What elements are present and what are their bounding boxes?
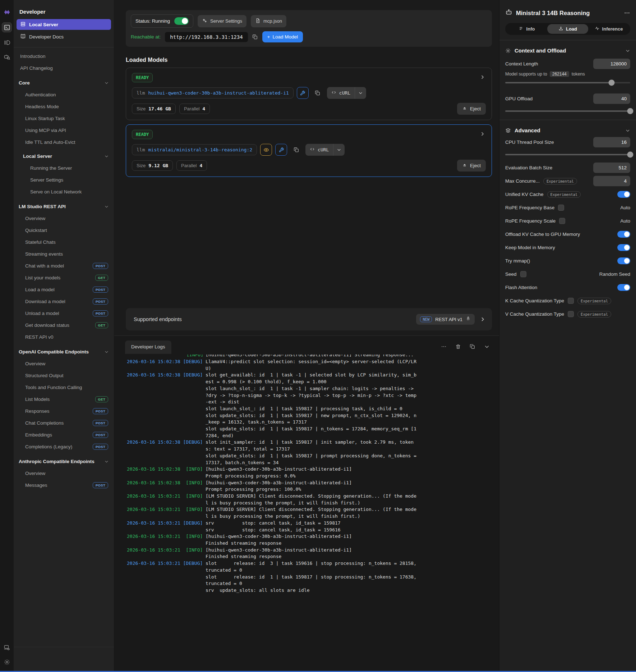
sidebar-item-idle-ttl-and-auto-evict[interactable]: Idle TTL and Auto-Evict bbox=[14, 136, 114, 148]
setting-checkbox[interactable] bbox=[568, 298, 574, 304]
sidebar-item-download-a-model[interactable]: Download a modelPOST bbox=[14, 296, 114, 307]
sidebar-item-openai-compatible-endpoints[interactable]: OpenAI Compatible Endpoints bbox=[14, 346, 114, 358]
sidebar-item-linux-startup-task[interactable]: Linux Startup Task bbox=[14, 113, 114, 124]
setting-checkbox[interactable] bbox=[559, 218, 565, 224]
sidebar-item-using-mcp-via-api[interactable]: Using MCP via API bbox=[14, 124, 114, 136]
chevron-right-icon[interactable] bbox=[480, 316, 485, 322]
load-model-button[interactable]: + Load Model bbox=[262, 31, 303, 42]
setting-toggle[interactable] bbox=[617, 257, 630, 264]
sidebar-item-developer-docs[interactable]: Developer Docs bbox=[17, 31, 111, 42]
sidebar-item-get-download-status[interactable]: Get download statusGET bbox=[14, 319, 114, 331]
supported-endpoints-row[interactable]: Supported endpoints NEW REST API v1 bbox=[126, 308, 492, 330]
tab-info[interactable]: Info bbox=[506, 24, 547, 34]
model-stack-icon[interactable] bbox=[3, 38, 11, 47]
chevron-right-icon[interactable] bbox=[480, 131, 485, 137]
model-identifier[interactable]: llm huihui-qwen3-coder-30b-a3b-instruct-… bbox=[132, 87, 294, 99]
sidebar-item-streaming-events[interactable]: Streaming events bbox=[14, 248, 114, 260]
setting-input[interactable]: 4 bbox=[593, 176, 630, 186]
chevron-down-icon[interactable] bbox=[355, 87, 366, 99]
setting-input[interactable]: 512 bbox=[593, 163, 630, 173]
terminal-icon[interactable] bbox=[2, 22, 12, 32]
sidebar-item-anthropic-compatible-endpoints[interactable]: Anthropic Compatible Endpoints bbox=[14, 456, 114, 467]
chevron-down-icon[interactable] bbox=[625, 128, 630, 133]
section-context-and-offload[interactable]: Context and Offload bbox=[505, 47, 630, 54]
copy-icon[interactable] bbox=[312, 87, 324, 99]
copy-icon[interactable] bbox=[290, 144, 302, 156]
eject-button[interactable]: Eject bbox=[457, 103, 486, 115]
chevron-down-icon[interactable] bbox=[333, 144, 345, 156]
curl-button[interactable]: cURL bbox=[327, 87, 366, 99]
sidebar-item-completions-legacy[interactable]: Completions (Legacy)POST bbox=[14, 441, 114, 453]
setting-input[interactable]: 16 bbox=[593, 137, 630, 147]
setting-toggle[interactable] bbox=[617, 231, 630, 238]
sidebar-item-embeddings[interactable]: EmbeddingsPOST bbox=[14, 429, 114, 441]
sidebar-item-structured-output[interactable]: Structured Output bbox=[14, 370, 114, 381]
sidebar-item-list-your-models[interactable]: List your modelsGET bbox=[14, 272, 114, 284]
gpu-offload-slider[interactable] bbox=[505, 110, 630, 112]
chevron-down-icon[interactable] bbox=[484, 344, 490, 349]
sidebar-item-serve-on-local-network[interactable]: Serve on Local Network bbox=[14, 186, 114, 198]
sidebar-item-api-changelog[interactable]: API Changelog bbox=[14, 62, 114, 74]
copy-url-icon[interactable] bbox=[252, 34, 258, 40]
sidebar-item-rest-api-v0[interactable]: REST API v0 bbox=[14, 331, 114, 343]
setting-slider[interactable] bbox=[505, 154, 630, 155]
server-url[interactable]: http://192.168.3.31:1234 bbox=[165, 32, 248, 42]
setting-toggle[interactable] bbox=[617, 284, 630, 291]
eject-button[interactable]: Eject bbox=[457, 160, 486, 172]
sidebar-item-quickstart[interactable]: Quickstart bbox=[14, 224, 114, 236]
gear-icon[interactable] bbox=[3, 658, 11, 666]
wrench-icon[interactable] bbox=[297, 87, 309, 99]
curl-button[interactable]: cURL bbox=[305, 144, 345, 156]
mcp-json-button[interactable]: mcp.json bbox=[251, 15, 286, 27]
setting-toggle[interactable] bbox=[617, 191, 630, 198]
sidebar-item-chat-with-a-model[interactable]: Chat with a modelPOST bbox=[14, 260, 114, 272]
model-identifier[interactable]: llm mistralai/ministral-3-14b-reasoning:… bbox=[132, 144, 257, 155]
server-settings-button[interactable]: Server Settings bbox=[198, 15, 246, 27]
sidebar-item-load-a-model[interactable]: Load a modelPOST bbox=[14, 284, 114, 296]
gpu-offload-input[interactable]: 40 bbox=[593, 93, 630, 104]
sidebar-item-stateful-chats[interactable]: Stateful Chats bbox=[14, 236, 114, 248]
lmstudio-logo-icon[interactable] bbox=[3, 8, 11, 17]
sidebar-item-responses[interactable]: ResponsesPOST bbox=[14, 405, 114, 417]
chevron-down-icon[interactable] bbox=[625, 48, 630, 53]
sidebar-item-lm-studio-rest-api[interactable]: LM Studio REST API bbox=[14, 201, 114, 212]
chevron-right-icon[interactable] bbox=[480, 74, 485, 80]
sidebar-item-running-the-server[interactable]: Running the Server bbox=[14, 162, 114, 174]
log-list[interactable]: [INFO][huihui-qwen3-coder-30b-a3b-instru… bbox=[114, 354, 499, 672]
trash-icon[interactable] bbox=[455, 344, 461, 349]
setting-checkbox[interactable] bbox=[520, 271, 526, 277]
tab-load[interactable]: Load bbox=[547, 24, 588, 34]
remote-device-icon[interactable] bbox=[3, 643, 11, 652]
sidebar-item-headless-mode[interactable]: Headless Mode bbox=[14, 101, 114, 113]
sidebar-item-overview[interactable]: Overview bbox=[14, 358, 114, 370]
section-advanced[interactable]: Advanced bbox=[505, 127, 630, 133]
sidebar-item-authentication[interactable]: Authentication bbox=[14, 89, 114, 101]
sidebar-item-messages[interactable]: MessagesPOST bbox=[14, 479, 114, 491]
sidebar-item-tools-and-function-calling[interactable]: Tools and Function Calling bbox=[14, 381, 114, 393]
sidebar-item-introduction[interactable]: Introduction bbox=[14, 50, 114, 62]
sidebar-item-server-settings[interactable]: Server Settings bbox=[14, 174, 114, 186]
ellipsis-menu-icon[interactable] bbox=[624, 10, 630, 16]
setting-toggle[interactable] bbox=[617, 244, 630, 251]
setting-checkbox[interactable] bbox=[568, 311, 574, 317]
sidebar-item-unload-a-model[interactable]: Unload a modelPOST bbox=[14, 307, 114, 319]
sidebar-item-overview[interactable]: Overview bbox=[14, 467, 114, 479]
context-length-input[interactable]: 128000 bbox=[593, 59, 630, 69]
eye-icon[interactable] bbox=[260, 144, 272, 156]
sidebar-item-local-server[interactable]: Local Server bbox=[14, 150, 114, 162]
server-status-toggle[interactable] bbox=[174, 17, 189, 25]
setting-checkbox[interactable] bbox=[558, 205, 564, 211]
context-length-slider[interactable] bbox=[505, 82, 630, 83]
sidebar-item-local-server[interactable]: Local Server bbox=[17, 19, 111, 30]
bot-search-icon[interactable] bbox=[3, 52, 11, 61]
sidebar-item-core[interactable]: Core bbox=[14, 77, 114, 89]
rest-api-v1-pill[interactable]: NEW REST API v1 bbox=[416, 314, 475, 325]
developer-logs-tab[interactable]: Developer Logs bbox=[125, 340, 171, 354]
wrench-icon[interactable] bbox=[275, 144, 287, 156]
tab-inference[interactable]: Inference bbox=[588, 24, 629, 34]
open-in-window-icon[interactable] bbox=[470, 344, 475, 349]
sidebar-item-list-models[interactable]: List ModelsGET bbox=[14, 393, 114, 405]
ellipsis-menu-icon[interactable] bbox=[441, 344, 447, 349]
sidebar-item-chat-completions[interactable]: Chat CompletionsPOST bbox=[14, 417, 114, 429]
sidebar-item-overview[interactable]: Overview bbox=[14, 212, 114, 224]
